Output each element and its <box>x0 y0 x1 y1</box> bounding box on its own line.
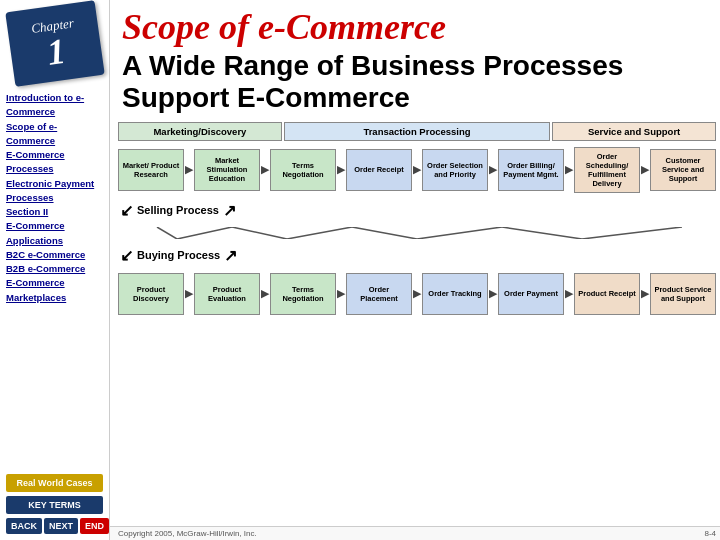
arrow-2: ▶ <box>261 163 269 176</box>
buy-arrow-7: ▶ <box>641 287 649 300</box>
zigzag-area <box>118 228 716 238</box>
marketing-header: Marketing/Discovery <box>118 122 282 141</box>
buy-arrow-4: ▶ <box>413 287 421 300</box>
svg-line-1 <box>177 227 232 239</box>
sell-box-2: Market Stimulation Education <box>194 149 260 191</box>
svg-line-5 <box>417 227 502 239</box>
buy-arrow-3: ▶ <box>337 287 345 300</box>
arrow-6: ▶ <box>565 163 573 176</box>
sell-box-3: Terms Negotiation <box>270 149 336 191</box>
buy-box-7: Product Receipt <box>574 273 640 315</box>
sidebar: Chapter 1 Introduction to e-Commerce Sco… <box>0 0 110 540</box>
arrow-3: ▶ <box>337 163 345 176</box>
connector-svg <box>122 227 712 239</box>
back-button[interactable]: BACK <box>6 518 42 534</box>
page-number: 8-4 <box>704 529 716 538</box>
arrow-7: ▶ <box>641 163 649 176</box>
buying-flow: Product Discovery ▶ Product Evaluation ▶… <box>118 273 716 315</box>
sell-box-8: Customer Service and Support <box>650 149 716 191</box>
buying-boxes-row: Product Discovery ▶ Product Evaluation ▶… <box>118 273 716 315</box>
sell-box-1: Market/ Product Research <box>118 149 184 191</box>
key-terms-button[interactable]: KEY TERMS <box>6 496 103 514</box>
next-button[interactable]: NEXT <box>44 518 78 534</box>
buy-box-2: Product Evaluation <box>194 273 260 315</box>
selling-flow: Market/ Product Research ▶ Market Stimul… <box>118 147 716 193</box>
nav-applications[interactable]: E-Commerce Applications <box>6 219 103 248</box>
buying-process-label: ↙ Buying Process ↗ <box>120 246 716 265</box>
buy-arrow-5: ▶ <box>489 287 497 300</box>
buy-arrow-6: ▶ <box>565 287 573 300</box>
sell-box-6: Order Billing/ Payment Mgmt. <box>498 149 564 191</box>
copyright-text: Copyright 2005, McGraw-Hill/Irwin, Inc. <box>118 529 257 538</box>
buy-arrow-1: ▶ <box>185 287 193 300</box>
sell-box-5: Order Selection and Priority <box>422 149 488 191</box>
selling-boxes-row: Market/ Product Research ▶ Market Stimul… <box>118 147 716 193</box>
end-button[interactable]: END <box>80 518 109 534</box>
real-world-cases-button[interactable]: Real World Cases <box>6 474 103 492</box>
svg-line-4 <box>352 227 417 239</box>
arrow-5: ▶ <box>489 163 497 176</box>
nav-b2c[interactable]: B2C e-Commerce <box>6 248 103 262</box>
buy-box-1: Product Discovery <box>118 273 184 315</box>
svg-line-7 <box>582 227 682 239</box>
transaction-header: Transaction Processing <box>284 122 550 141</box>
section-headers: Marketing/Discovery Transaction Processi… <box>118 122 716 141</box>
buy-box-3: Terms Negotiation <box>270 273 336 315</box>
service-header: Service and Support <box>552 122 716 141</box>
page-subtitle: A Wide Range of Business Processes Suppo… <box>110 48 720 122</box>
nav-section2[interactable]: Section II <box>6 205 103 219</box>
selling-process-label: ↙ Selling Process ↗ <box>120 201 716 220</box>
svg-line-6 <box>502 227 582 239</box>
nav-links: Introduction to e-Commerce Scope of e-Co… <box>0 87 109 468</box>
buy-box-8: Product Service and Support <box>650 273 716 315</box>
chapter-number: 1 <box>44 32 67 70</box>
nav-marketplaces[interactable]: E-Commerce Marketplaces <box>6 276 103 305</box>
sidebar-bottom: Real World Cases KEY TERMS BACK NEXT END <box>0 468 109 540</box>
nav-ecommerce-processes[interactable]: E-Commerce Processes <box>6 148 103 177</box>
sell-box-7: Order Scheduling/ Fulfillment Delivery <box>574 147 640 193</box>
buy-box-5: Order Tracking <box>422 273 488 315</box>
arrow-1: ▶ <box>185 163 193 176</box>
process-diagram: Marketing/Discovery Transaction Processi… <box>110 122 720 526</box>
page-title: Scope of e-Commerce <box>110 0 720 48</box>
nav-b2b[interactable]: B2B e-Commerce <box>6 262 103 276</box>
buy-box-4: Order Placement <box>346 273 412 315</box>
chapter-badge: Chapter 1 <box>5 0 105 87</box>
svg-line-0 <box>157 227 177 239</box>
nav-scope[interactable]: Scope of e-Commerce <box>6 120 103 149</box>
nav-buttons: BACK NEXT END <box>6 518 103 534</box>
buy-box-6: Order Payment <box>498 273 564 315</box>
nav-electronic-payment[interactable]: Electronic Payment Processes <box>6 177 103 206</box>
arrow-4: ▶ <box>413 163 421 176</box>
buy-arrow-2: ▶ <box>261 287 269 300</box>
sell-box-4: Order Receipt <box>346 149 412 191</box>
nav-intro[interactable]: Introduction to e-Commerce <box>6 91 103 120</box>
svg-line-3 <box>287 227 352 239</box>
svg-line-2 <box>232 227 287 239</box>
main-content: Scope of e-Commerce A Wide Range of Busi… <box>110 0 720 540</box>
copyright-bar: Copyright 2005, McGraw-Hill/Irwin, Inc. … <box>110 526 720 540</box>
